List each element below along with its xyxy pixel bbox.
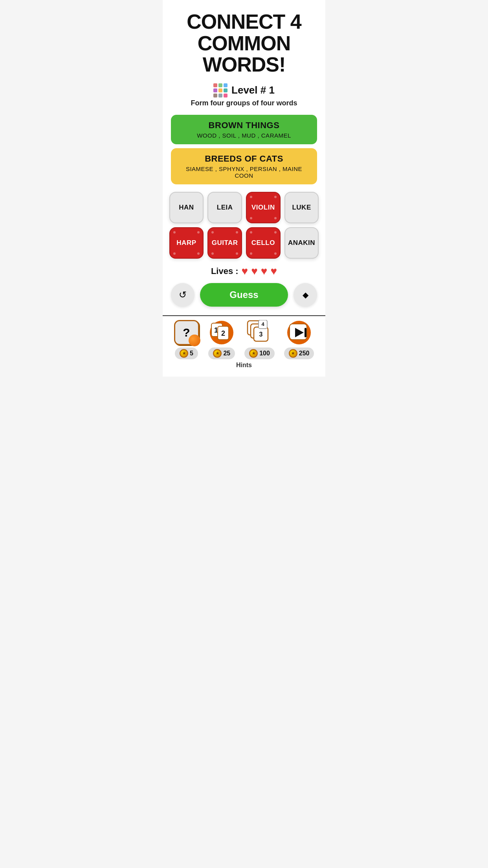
coin-4: ★ <box>289 349 297 358</box>
svg-text:3: 3 <box>259 331 263 338</box>
hint-multi-icon: 1 2 3 4 <box>247 320 272 345</box>
category-title-brown: BROWN THINGS <box>179 120 310 131</box>
tile-han[interactable]: HAN <box>169 192 204 223</box>
tile-luke[interactable]: LUKE <box>284 192 319 223</box>
svg-rect-16 <box>305 328 306 337</box>
video-svg <box>286 320 312 345</box>
level-row: Level # 1 <box>213 83 275 97</box>
hint-multi[interactable]: 1 2 3 4 ★ 100 <box>244 320 275 359</box>
lives-row: Lives : ♥ ♥ ♥ ♥ <box>211 265 277 278</box>
svg-text:4: 4 <box>262 321 265 327</box>
hint-question-cost: ★ 5 <box>175 348 198 359</box>
coin-3: ★ <box>249 349 258 358</box>
category-brown-things: BROWN THINGS WOOD , SOIL , MUD , CARAMEL <box>171 115 317 144</box>
page-title: CONNECT 4 COMMON WORDS! <box>163 0 325 79</box>
hint-question[interactable]: ? ★ 5 <box>174 320 199 359</box>
hint-video[interactable]: ★ 250 <box>284 320 314 359</box>
lives-label: Lives : <box>211 266 238 276</box>
level-icon <box>213 83 227 97</box>
hint-swap-cost: ★ 25 <box>208 348 235 359</box>
category-words-brown: WOOD , SOIL , MUD , CARAMEL <box>179 132 310 139</box>
heart-1: ♥ <box>242 265 248 278</box>
game-page: CONNECT 4 COMMON WORDS! Level # 1 Form f… <box>163 0 325 377</box>
hints-row: ? ★ 5 1 <box>169 320 319 359</box>
controls-row: ↺ Guess ◆ <box>171 283 317 307</box>
hint-swap-icon: 1 2 <box>209 320 234 345</box>
category-title-cats: BREEDS OF CATS <box>179 154 310 164</box>
heart-2: ♥ <box>251 265 258 278</box>
hint-multi-cost: ★ 100 <box>244 348 275 359</box>
tile-guitar[interactable]: GUITAR <box>207 227 242 259</box>
hint-video-cost: ★ 250 <box>284 348 314 359</box>
word-grid: HAN LEIA VIOLIN LUKE HARP GUITA <box>169 192 319 259</box>
shuffle-icon: ↺ <box>179 289 187 300</box>
guess-button[interactable]: Guess <box>200 283 288 307</box>
pie-svg: 1 2 <box>209 320 234 345</box>
hint-question-icon: ? <box>174 320 199 345</box>
tile-anakin[interactable]: ANAKIN <box>284 227 319 259</box>
hints-section: ? ★ 5 1 <box>163 315 325 369</box>
tile-violin[interactable]: VIOLIN <box>246 192 281 223</box>
heart-4: ♥ <box>270 265 277 278</box>
tile-cello[interactable]: CELLO <box>246 227 281 259</box>
tile-harp[interactable]: HARP <box>169 227 204 259</box>
hints-label: Hints <box>163 362 325 369</box>
heart-3: ♥ <box>261 265 268 278</box>
shuffle-button[interactable]: ↺ <box>171 283 194 307</box>
erase-button[interactable]: ◆ <box>294 283 317 307</box>
hint-swap[interactable]: 1 2 ★ 25 <box>208 320 235 359</box>
hint-video-icon <box>286 320 312 345</box>
level-label: Level # 1 <box>231 84 275 96</box>
erase-icon: ◆ <box>303 290 308 300</box>
category-breeds-cats: BREEDS OF CATS SIAMESE , SPHYNX , PERSIA… <box>171 148 317 184</box>
game-subtitle: Form four groups of four words <box>191 99 297 107</box>
tile-leia[interactable]: LEIA <box>207 192 242 223</box>
multi-svg: 1 2 3 4 <box>247 320 272 345</box>
category-words-cats: SIAMESE , SPHYNX , PERSIAN , MAINE COON <box>179 166 310 179</box>
coin-1: ★ <box>180 349 188 358</box>
coin-2: ★ <box>213 349 222 358</box>
svg-text:2: 2 <box>221 329 225 337</box>
